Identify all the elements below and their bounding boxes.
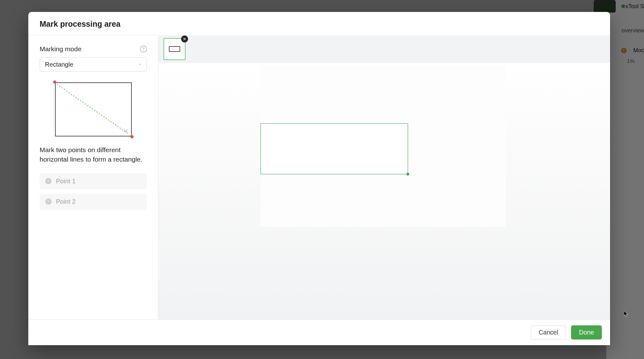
marking-mode-row: Marking mode ? [40,45,147,53]
mark-processing-area-modal: Mark processing area Marking mode ? Rect… [28,12,610,345]
modal-body: Marking mode ? Rectangle [28,35,610,319]
sidebar: Marking mode ? Rectangle [28,35,158,319]
point-2-row[interactable]: Point 2 [40,194,147,210]
resize-handle-icon[interactable] [407,173,409,175]
chevron-down-icon [138,61,142,68]
checkmark-icon [45,198,52,205]
close-icon[interactable]: ✕ [181,36,188,42]
thumbnail-strip: ✕ [158,35,610,63]
help-icon[interactable]: ? [140,46,147,52]
canvas-area: ✕ [158,35,610,319]
point-1-label: Point 1 [56,178,75,185]
mode-diagram [55,82,132,136]
checkmark-icon [45,178,52,184]
marking-mode-select[interactable]: Rectangle [40,57,147,72]
marking-mode-label: Marking mode [40,45,81,53]
instruction-text: Mark two points on different horizontal … [40,145,147,164]
workspace[interactable] [158,63,610,319]
marked-rectangle[interactable] [260,123,408,174]
svg-line-0 [57,84,129,134]
diagram-diagonal-line [56,83,132,137]
diagram-point2-dot [130,135,134,138]
marking-mode-value: Rectangle [45,61,73,68]
cancel-button[interactable]: Cancel [531,325,566,340]
modal-header: Mark processing area [28,12,158,35]
done-button[interactable]: Done [571,325,602,340]
thumbnail-shape-icon [169,46,180,52]
modal-footer: Cancel Done [28,319,610,345]
point-1-row[interactable]: Point 1 [40,173,147,189]
area-thumbnail-1[interactable]: ✕ [164,38,186,60]
diagram-point1-dot [53,80,56,84]
point-2-label: Point 2 [56,198,75,205]
mouse-cursor-icon [624,311,629,318]
modal-title: Mark processing area [40,19,147,29]
diagram-rect [55,82,132,136]
